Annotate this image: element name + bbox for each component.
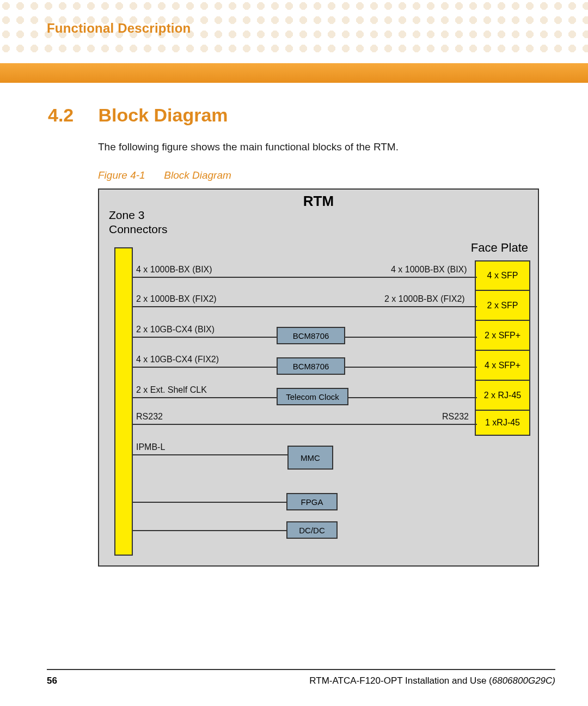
signal-line — [133, 424, 477, 425]
signal-label: RS232 — [136, 412, 163, 422]
faceplate-box: 2 x RJ-45 — [475, 381, 530, 411]
chip-bcm8706: BCM8706 — [277, 327, 345, 344]
chip-mmc: MMC — [287, 446, 333, 470]
faceplate-box: 1 xRJ-45 — [475, 411, 530, 436]
document-title-footer: RTM-ATCA-F120-OPT Installation and Use (… — [309, 675, 555, 686]
chip-telecom-clock: Telecom Clock — [277, 388, 348, 405]
section-number: 4.2 — [48, 105, 96, 126]
doc-name: RTM-ATCA-F120-OPT Installation and Use ( — [309, 675, 492, 686]
footer-rule — [47, 669, 555, 670]
signal-line — [133, 454, 302, 455]
doc-partno: 6806800G29C) — [492, 675, 555, 686]
diagram-title: RTM — [99, 193, 538, 210]
signal-label: IPMB-L — [136, 442, 165, 452]
page-number: 56 — [47, 675, 57, 686]
signal-line — [133, 277, 477, 278]
signal-label: RS232 — [442, 412, 469, 422]
content-area: 4.2 Block Diagram The following figure s… — [48, 105, 555, 181]
signal-label: 2 x 10GB-CX4 (BIX) — [136, 325, 215, 334]
section-intro: The following figure shows the main func… — [98, 141, 555, 153]
signal-line — [133, 502, 291, 503]
signal-label: 4 x 1000B-BX (BIX) — [136, 265, 212, 275]
chip-bcm8706: BCM8706 — [277, 357, 345, 375]
section-title: Block Diagram — [98, 105, 228, 126]
figure-caption-number: Figure 4-1 — [98, 169, 161, 181]
header-accent-bar — [0, 63, 588, 83]
zone3-connector-bar — [114, 247, 133, 556]
signal-line — [133, 306, 477, 307]
chip-dcdc: DC/DC — [286, 521, 338, 539]
block-diagram: RTM Zone 3 Connectors Face Plate 4 x SFP… — [98, 188, 539, 567]
faceplate-label: Face Plate — [471, 241, 528, 255]
faceplate-box: 2 x SFP+ — [475, 321, 530, 351]
faceplate-box: 4 x SFP — [475, 260, 530, 291]
signal-line — [133, 530, 291, 531]
zone3-label: Zone 3 Connectors — [109, 208, 167, 237]
signal-label: 2 x 1000B-BX (FIX2) — [136, 294, 217, 304]
figure-caption-title: Block Diagram — [164, 169, 231, 181]
figure-caption: Figure 4-1 Block Diagram — [98, 169, 555, 181]
faceplate-box: 2 x SFP — [475, 291, 530, 321]
signal-label: 2 x 1000B-BX (FIX2) — [384, 294, 465, 304]
signal-label: 4 x 1000B-BX (BIX) — [391, 265, 467, 275]
faceplate-box: 4 x SFP+ — [475, 351, 530, 381]
signal-label: 4 x 10GB-CX4 (FIX2) — [136, 355, 219, 364]
chip-fpga: FPGA — [286, 493, 338, 510]
running-header: Functional Description — [47, 21, 191, 36]
signal-label: 2 x Ext. Shelf CLK — [136, 385, 207, 395]
faceplate-column: 4 x SFP 2 x SFP 2 x SFP+ 4 x SFP+ 2 x RJ… — [475, 260, 530, 436]
